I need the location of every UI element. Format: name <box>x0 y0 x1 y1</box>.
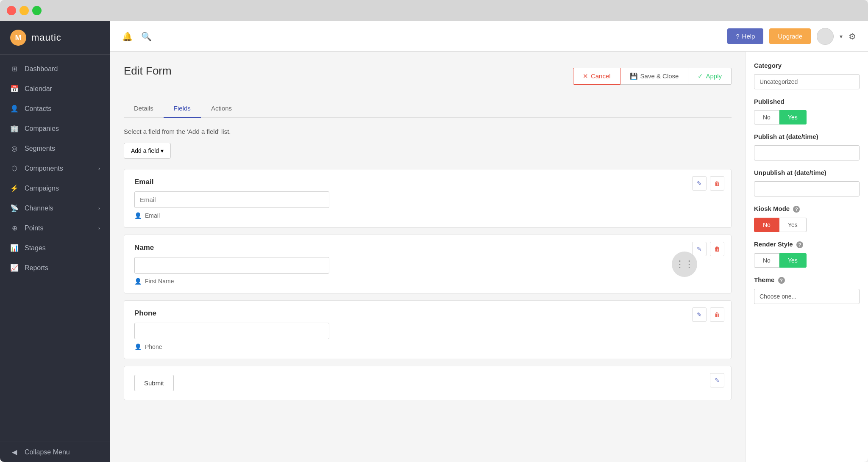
email-delete-button[interactable]: 🗑 <box>710 176 724 191</box>
theme-label: Theme ? <box>754 276 860 284</box>
tab-actions[interactable]: Actions <box>201 100 242 118</box>
name-field-actions: ✎ 🗑 <box>692 242 724 256</box>
kiosk-yes-button[interactable]: Yes <box>779 218 807 232</box>
name-field-meta: 👤 First Name <box>134 278 721 285</box>
topbar-right: ? Help Upgrade ▾ ⚙ <box>727 28 856 45</box>
email-field-meta: 👤 Email <box>134 212 721 219</box>
stages-icon: 📊 <box>10 244 19 252</box>
name-field-input[interactable] <box>134 257 329 274</box>
topbar-left-icons: 🔔 🔍 <box>122 31 719 41</box>
email-field-label: Email <box>134 178 721 186</box>
points-icon: ⊕ <box>10 224 19 232</box>
sidebar-item-contacts[interactable]: 👤 Contacts <box>0 99 110 119</box>
chevron-right-icon: › <box>98 166 100 172</box>
kiosk-toggle: No Yes <box>754 218 860 232</box>
calendar-icon: 📅 <box>10 85 19 93</box>
email-meta-icon: 👤 <box>134 212 142 219</box>
help-button[interactable]: ? Help <box>727 28 763 44</box>
category-section: Category Uncategorized <box>754 62 860 98</box>
upgrade-button[interactable]: Upgrade <box>769 28 811 44</box>
email-edit-button[interactable]: ✎ <box>692 176 707 191</box>
sidebar-item-companies[interactable]: 🏢 Companies <box>0 119 110 138</box>
chevron-right-icon: › <box>98 225 100 231</box>
email-field-input[interactable] <box>134 191 329 208</box>
published-yes-button[interactable]: Yes <box>779 110 807 124</box>
name-field-block: ✎ 🗑 ⋮⋮ Name 👤 First Name <box>124 235 732 293</box>
render-yes-button[interactable]: Yes <box>779 253 807 268</box>
bell-icon[interactable]: 🔔 <box>122 31 133 41</box>
sidebar-item-reports[interactable]: 📈 Reports <box>0 258 110 278</box>
right-sidebar: Category Uncategorized Published No <box>745 52 868 462</box>
sidebar-item-collapse[interactable]: ◀ Collapse Menu <box>0 442 110 462</box>
logo-text: mautic <box>31 32 61 43</box>
chevron-right-icon: › <box>98 205 100 211</box>
titlebar <box>0 0 868 21</box>
sidebar-item-dashboard[interactable]: ⊞ Dashboard <box>0 59 110 79</box>
campaigns-icon: ⚡ <box>10 184 19 192</box>
submit-preview-button[interactable]: Submit <box>134 375 174 391</box>
tab-fields[interactable]: Fields <box>164 100 201 118</box>
maximize-button[interactable] <box>32 6 42 15</box>
published-no-button[interactable]: No <box>754 110 779 124</box>
phone-field-label: Phone <box>134 309 721 318</box>
theme-help-icon[interactable]: ? <box>778 277 785 284</box>
submit-edit-button[interactable]: ✎ <box>710 373 724 387</box>
field-instruction: Select a field from the 'Add a field' li… <box>124 128 732 135</box>
sidebar-item-calendar[interactable]: 📅 Calendar <box>0 79 110 99</box>
contacts-icon: 👤 <box>10 105 19 113</box>
publish-at-label: Publish at (date/time) <box>754 133 860 140</box>
email-field-actions: ✎ 🗑 <box>692 176 724 191</box>
name-edit-button[interactable]: ✎ <box>692 242 707 256</box>
phone-field-meta: 👤 Phone <box>134 343 721 350</box>
category-select[interactable]: Uncategorized <box>754 74 860 89</box>
form-edit-area: Edit Form ✕ Cancel 💾 Save & Close <box>110 52 745 462</box>
unpublish-at-label: Unpublish at (date/time) <box>754 169 860 176</box>
render-no-button[interactable]: No <box>754 253 779 268</box>
sidebar-item-channels[interactable]: 📡 Channels › <box>0 198 110 218</box>
tab-details[interactable]: Details <box>124 100 164 118</box>
phone-edit-button[interactable]: ✎ <box>692 307 707 322</box>
sidebar-item-label: Points <box>25 224 43 232</box>
settings-icon[interactable]: ⚙ <box>849 31 856 41</box>
drag-overlay: ⋮⋮ <box>672 252 697 277</box>
phone-delete-button[interactable]: 🗑 <box>710 307 724 322</box>
save-close-button[interactable]: 💾 Save & Close <box>620 68 689 85</box>
kiosk-no-button[interactable]: No <box>754 218 779 232</box>
avatar[interactable] <box>817 28 834 45</box>
save-icon: 💾 <box>630 72 638 80</box>
theme-select[interactable]: Choose one... <box>754 289 860 304</box>
search-icon[interactable]: 🔍 <box>141 31 152 41</box>
sidebar-item-segments[interactable]: ◎ Segments <box>0 138 110 158</box>
sidebar-item-components[interactable]: ⬡ Components › <box>0 158 110 178</box>
phone-field-block: ✎ 🗑 Phone 👤 Phone <box>124 300 732 359</box>
sidebar-item-label: Calendar <box>25 85 52 93</box>
render-help-icon[interactable]: ? <box>796 241 803 248</box>
phone-field-input[interactable] <box>134 323 329 339</box>
cancel-icon: ✕ <box>583 72 588 80</box>
close-button[interactable] <box>7 6 16 15</box>
cancel-button[interactable]: ✕ Cancel <box>573 68 620 85</box>
user-dropdown-arrow[interactable]: ▾ <box>840 33 843 40</box>
published-toggle: No Yes <box>754 110 860 124</box>
publish-at-input[interactable] <box>754 145 860 160</box>
logo-letter: M <box>15 33 22 42</box>
sidebar-item-points[interactable]: ⊕ Points › <box>0 218 110 238</box>
check-icon: ✓ <box>698 72 703 80</box>
sidebar-item-label: Dashboard <box>25 65 58 73</box>
channels-icon: 📡 <box>10 204 19 212</box>
minimize-button[interactable] <box>19 6 29 15</box>
kiosk-help-icon[interactable]: ? <box>793 206 800 213</box>
add-field-button[interactable]: Add a field ▾ <box>124 143 171 159</box>
apply-button[interactable]: ✓ Apply <box>688 68 732 85</box>
unpublish-at-input[interactable] <box>754 181 860 196</box>
sidebar-item-campaigns[interactable]: ⚡ Campaigns <box>0 178 110 198</box>
reports-icon: 📈 <box>10 264 19 272</box>
sidebar-nav: ⊞ Dashboard 📅 Calendar 👤 Contacts 🏢 Comp… <box>0 55 110 442</box>
top-action-group: ✕ Cancel 💾 Save & Close ✓ Apply <box>573 68 732 85</box>
published-label: Published <box>754 98 860 105</box>
companies-icon: 🏢 <box>10 124 19 133</box>
logo-icon: M <box>10 30 26 46</box>
render-style-section: Render Style ? No Yes <box>754 241 860 268</box>
sidebar-item-stages[interactable]: 📊 Stages <box>0 238 110 258</box>
name-delete-button[interactable]: 🗑 <box>710 242 724 256</box>
